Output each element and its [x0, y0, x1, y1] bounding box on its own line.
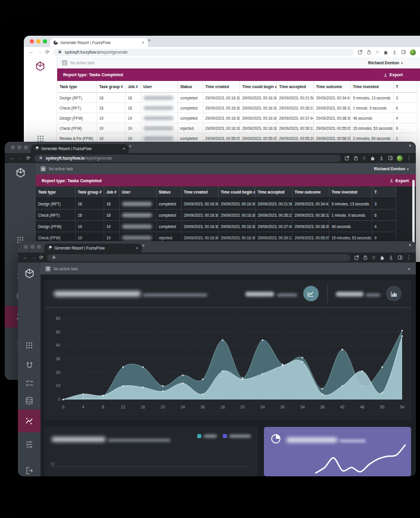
desktop: Generate Report | FuzzyFlow × + ▾ ← → ⟳ …: [0, 0, 420, 518]
share-icon[interactable]: [366, 49, 372, 55]
svg-text:30: 30: [281, 405, 285, 409]
sidebar-item-swap-vertical[interactable]: [18, 361, 41, 369]
downloads-icon[interactable]: [392, 49, 397, 55]
export-button[interactable]: Export: [383, 73, 403, 77]
bookmark-star-icon[interactable]: ☆: [375, 49, 379, 55]
refresh-icon[interactable]: ⟳: [26, 156, 30, 161]
new-tab-button[interactable]: +: [148, 38, 151, 43]
svg-text:30: 30: [56, 357, 61, 361]
bookmark-star-icon[interactable]: ☆: [372, 255, 376, 260]
window-controls[interactable]: [11, 145, 28, 149]
refresh-icon[interactable]: ⟳: [39, 255, 43, 260]
edit-page-icon[interactable]: [354, 255, 359, 260]
table-cell: Check (FFW): [57, 123, 97, 133]
table-cell: 29/09/2023, 00:16:36: [181, 198, 218, 210]
back-icon[interactable]: ←: [29, 50, 33, 55]
sidebar-item-task-checklist[interactable]: [18, 379, 41, 387]
forward-icon[interactable]: →: [37, 50, 42, 55]
bookmark-star-icon[interactable]: ☆: [362, 155, 366, 161]
stat-block-1: [245, 286, 318, 301]
tab-search-caret-icon[interactable]: ▾: [409, 143, 411, 148]
tab-search-caret-icon[interactable]: ▾: [409, 243, 411, 248]
browser-menu-icon[interactable]: ⋮: [406, 155, 411, 161]
sidebar-item-analytics-active[interactable]: [18, 410, 41, 432]
table-row[interactable]: Design (FFW)1919completed29/09/2023, 00:…: [36, 221, 396, 232]
extensions-puzzle-icon[interactable]: [379, 255, 385, 260]
chevron-down-icon[interactable]: ▾: [408, 267, 410, 271]
downloads-icon[interactable]: [379, 155, 384, 161]
address-bar[interactable]: sydneyft.fuzzyflow.io/report/generate: [34, 155, 341, 162]
minimize-window-button[interactable]: [17, 145, 21, 149]
profile-avatar[interactable]: [397, 155, 403, 161]
close-tab-icon[interactable]: ×: [136, 246, 138, 250]
profile-avatar[interactable]: [410, 49, 416, 55]
minimize-window-button[interactable]: [36, 39, 41, 43]
new-tab-button[interactable]: +: [129, 143, 132, 149]
sidebar-item-apps-grid[interactable]: [18, 341, 41, 350]
table-cell: Design (RFT): [36, 198, 75, 210]
extensions-puzzle-icon[interactable]: [383, 49, 388, 55]
downloads-icon[interactable]: [388, 255, 394, 260]
sidebar-item-tune-sliders[interactable]: [18, 440, 41, 448]
forward-icon[interactable]: →: [18, 156, 23, 161]
table-row[interactable]: Check (RFT)1818completed29/09/2023, 00:1…: [36, 210, 396, 221]
browser-tab[interactable]: Generate Report | FuzzyFlow ×: [31, 144, 129, 153]
bar-chart-stat-icon[interactable]: [386, 286, 402, 301]
browser-tab[interactable]: Generate Report | FuzzyFlow ×: [44, 244, 142, 252]
new-tab-button[interactable]: +: [142, 243, 145, 249]
zoom-window-button[interactable]: [37, 245, 41, 249]
back-icon[interactable]: ←: [23, 255, 27, 260]
tab-strip: Generate Report | FuzzyFlow × + ▾: [5, 142, 416, 153]
user-menu[interactable]: Richard Denton ▾: [374, 167, 409, 171]
table-row[interactable]: Check (RFT)1818completed29/09/2023, 00:1…: [57, 103, 417, 113]
share-icon[interactable]: [363, 255, 368, 260]
address-bar[interactable]: [47, 254, 350, 261]
back-icon[interactable]: ←: [10, 156, 14, 161]
analytics-page: No active task ▾: [41, 263, 416, 476]
table-cell: completed: [178, 93, 203, 103]
refresh-icon[interactable]: ⟳: [45, 50, 49, 55]
extensions-puzzle-icon[interactable]: [370, 155, 375, 161]
close-tab-icon[interactable]: ×: [123, 146, 125, 151]
address-bar[interactable]: sydneyft.fuzzyflow.io/report/generate: [53, 49, 354, 56]
table-cell: 29/09/2023, 00:16:36: [239, 123, 276, 133]
forward-icon[interactable]: →: [31, 255, 36, 260]
line-chart-stat-icon[interactable]: [303, 286, 319, 301]
table-cell: rejected: [178, 123, 203, 133]
minimize-window-button[interactable]: [30, 245, 35, 249]
side-panel-icon[interactable]: [397, 255, 403, 260]
usage-card-purple[interactable]: [264, 427, 411, 476]
table-row[interactable]: Design (RFT)1818completed29/09/2023, 00:…: [57, 93, 417, 103]
table-row[interactable]: Design (RFT)1818completed29/09/2023, 00:…: [36, 198, 396, 210]
tab-favicon: [35, 146, 39, 151]
fuzzyflow-logo[interactable]: [18, 269, 41, 279]
table-row[interactable]: Check (FFW)1919rejected29/09/2023, 00:16…: [57, 123, 417, 133]
close-window-button[interactable]: [24, 245, 28, 249]
window-controls[interactable]: [30, 39, 47, 43]
close-window-button[interactable]: [30, 39, 34, 43]
table-row[interactable]: Design (FFW)1919completed29/09/2023, 00:…: [57, 113, 417, 123]
logout-icon[interactable]: [18, 466, 41, 475]
fuzzyflow-logo[interactable]: [24, 61, 57, 71]
edit-page-icon[interactable]: [344, 155, 350, 161]
side-panel-icon[interactable]: [388, 155, 393, 161]
close-window-button[interactable]: [11, 145, 15, 149]
browser-tab[interactable]: Generate Report | FuzzyFlow ×: [50, 38, 148, 47]
mini-chart-gridline: 12: [52, 466, 250, 467]
url-domain: sydneyft.fuzzyflow.io: [46, 156, 85, 160]
user-menu[interactable]: Richard Denton ▾: [368, 61, 403, 65]
no-active-task-label: No active task: [49, 167, 73, 171]
sidebar-item-database[interactable]: [18, 397, 41, 405]
edit-page-icon[interactable]: [357, 49, 363, 55]
zoom-window-button[interactable]: [43, 39, 47, 43]
share-icon[interactable]: [353, 155, 359, 161]
browser-window-front[interactable]: Generate Report | FuzzyFlow × + ▾ ← → ⟳ …: [18, 241, 416, 476]
legend-label-redacted: [229, 435, 251, 438]
close-tab-icon[interactable]: ×: [142, 40, 144, 45]
window-controls[interactable]: [24, 245, 41, 249]
zoom-window-button[interactable]: [24, 145, 28, 149]
browser-menu-icon[interactable]: ⋮: [406, 255, 411, 260]
fuzzyflow-logo[interactable]: [5, 168, 36, 178]
export-button[interactable]: Export: [389, 178, 409, 183]
side-panel-icon[interactable]: [401, 49, 406, 55]
